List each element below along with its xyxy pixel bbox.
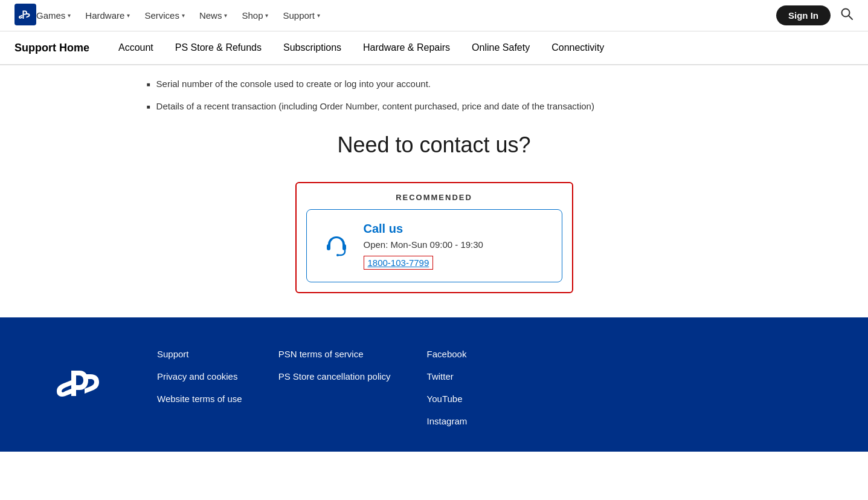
support-nav-links: Account PS Store & Refunds Subscriptions…: [118, 42, 604, 53]
phone-headset-icon: [322, 232, 351, 261]
footer-link-ps-store-cancel[interactable]: PS Store cancellation policy: [278, 370, 391, 383]
nav-services[interactable]: Services ▾: [144, 10, 185, 21]
phone-icon: [321, 231, 352, 261]
footer: Support Privacy and cookies Website term…: [0, 317, 868, 452]
recommended-card-outer: RECOMMENDED Call us Open: Mon-Sun 09:00 …: [295, 182, 573, 293]
chevron-down-icon: ▾: [265, 12, 268, 19]
support-nav: Support Home Account PS Store & Refunds …: [0, 31, 868, 65]
search-icon: [840, 7, 854, 21]
contact-title: Need to contact us?: [147, 132, 722, 158]
svg-rect-3: [327, 244, 330, 250]
svg-point-5: [336, 254, 339, 256]
chevron-down-icon: ▾: [182, 12, 185, 19]
footer-col-3: Facebook Twitter YouTube Instagram: [427, 348, 468, 427]
footer-link-psn-terms[interactable]: PSN terms of service: [278, 348, 391, 360]
recommended-label: RECOMMENDED: [306, 193, 562, 202]
support-nav-connectivity[interactable]: Connectivity: [551, 42, 604, 53]
svg-rect-4: [342, 244, 346, 250]
chevron-down-icon: ▾: [68, 12, 71, 19]
svg-line-2: [849, 16, 852, 19]
support-nav-hardware-repairs[interactable]: Hardware & Repairs: [363, 42, 450, 53]
list-item: Serial number of the console used to cre…: [147, 77, 722, 91]
list-item-text: Serial number of the console used to cre…: [156, 77, 431, 91]
support-nav-subscriptions[interactable]: Subscriptions: [283, 42, 341, 53]
footer-link-terms[interactable]: Website terms of use: [157, 392, 242, 405]
footer-logo: [48, 354, 109, 411]
playstation-logo-link[interactable]: [14, 4, 36, 28]
top-nav-links: Games ▾ Hardware ▾ Services ▾ News ▾ Sho…: [36, 10, 776, 21]
footer-link-youtube[interactable]: YouTube: [427, 392, 468, 405]
footer-link-privacy[interactable]: Privacy and cookies: [157, 370, 242, 383]
search-button[interactable]: [840, 7, 854, 24]
call-info: Call us Open: Mon-Sun 09:00 - 19:30 1800…: [364, 222, 547, 270]
main-content: Serial number of the console used to cre…: [132, 65, 736, 317]
footer-link-facebook[interactable]: Facebook: [427, 348, 468, 360]
list-item-text: Details of a recent transaction (includi…: [156, 100, 594, 114]
support-home-link[interactable]: Support Home: [14, 42, 89, 54]
support-nav-ps-store[interactable]: PS Store & Refunds: [175, 42, 262, 53]
playstation-footer-logo-icon: [48, 354, 109, 408]
list-item: Details of a recent transaction (includi…: [147, 100, 722, 114]
top-nav: Games ▾ Hardware ▾ Services ▾ News ▾ Sho…: [0, 0, 868, 31]
nav-support[interactable]: Support ▾: [283, 10, 320, 21]
nav-games[interactable]: Games ▾: [36, 10, 71, 21]
nav-shop[interactable]: Shop ▾: [242, 10, 268, 21]
bullet-list: Serial number of the console used to cre…: [147, 77, 722, 113]
chevron-down-icon: ▾: [317, 12, 320, 19]
call-us-card: Call us Open: Mon-Sun 09:00 - 19:30 1800…: [306, 209, 562, 282]
chevron-down-icon: ▾: [224, 12, 227, 19]
call-us-title: Call us: [364, 222, 547, 236]
call-hours: Open: Mon-Sun 09:00 - 19:30: [364, 238, 547, 251]
nav-hardware[interactable]: Hardware ▾: [85, 10, 130, 21]
footer-col-1: Support Privacy and cookies Website term…: [157, 348, 242, 427]
footer-link-support[interactable]: Support: [157, 348, 242, 360]
phone-number-link[interactable]: 1800-103-7799: [364, 256, 434, 270]
support-nav-account[interactable]: Account: [118, 42, 153, 53]
chevron-down-icon: ▾: [127, 12, 130, 19]
sign-in-button[interactable]: Sign In: [776, 5, 831, 25]
footer-link-twitter[interactable]: Twitter: [427, 370, 468, 383]
top-nav-right: Sign In: [776, 5, 854, 25]
support-nav-online-safety[interactable]: Online Safety: [472, 42, 530, 53]
footer-col-2: PSN terms of service PS Store cancellati…: [278, 348, 391, 427]
nav-news[interactable]: News ▾: [199, 10, 228, 21]
playstation-logo-icon: [14, 4, 36, 25]
footer-link-instagram[interactable]: Instagram: [427, 415, 468, 427]
footer-links: Support Privacy and cookies Website term…: [157, 348, 820, 427]
